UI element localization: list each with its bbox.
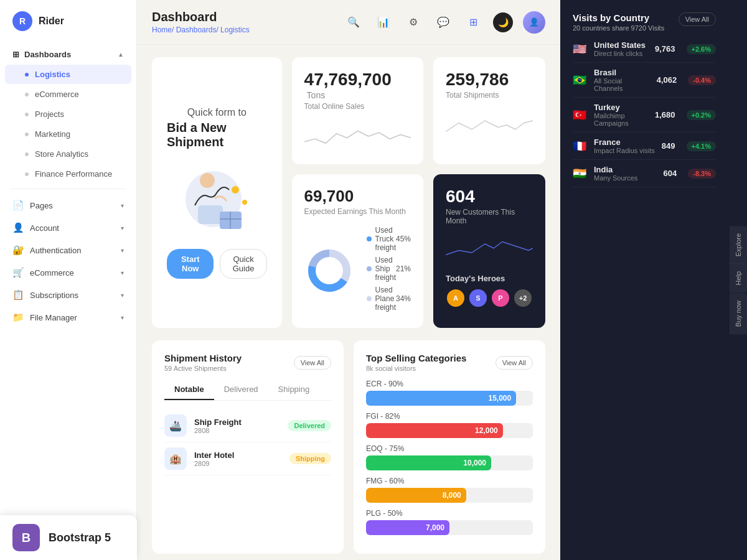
top-content-grid: Quick form to Bid a New Shipment Start N… xyxy=(137,45,560,340)
start-now-button[interactable]: Start Now xyxy=(167,249,214,279)
sidebar-account[interactable]: 👤 Account ▾ xyxy=(0,217,136,239)
chart-icon[interactable]: 📊 xyxy=(374,12,393,32)
country-card-header: Visits by Country 20 countries share 972… xyxy=(573,12,716,32)
settings-icon[interactable]: ⚙ xyxy=(403,12,423,32)
tab-delivered[interactable]: Delivered xyxy=(214,380,268,400)
legend-plane: Used Plane freight 34% xyxy=(367,286,411,312)
sidebar-item-projects[interactable]: Projects xyxy=(5,105,131,124)
dashboards-group[interactable]: ⊞ Dashboards ▲ xyxy=(0,45,136,64)
account-icon: 👤 xyxy=(12,222,24,233)
stat-label-sales: Total Online Sales xyxy=(304,102,411,111)
shipment-view-all-button[interactable]: View All xyxy=(294,356,331,370)
ship-freight-icon: 🚢 xyxy=(164,414,187,437)
sidebar-item-label: eCommerce xyxy=(35,90,79,99)
filemanager-icon: 📁 xyxy=(12,312,24,323)
breadcrumb-home: Home/ xyxy=(152,26,174,34)
banner-subtitle: Bid a New Shipment xyxy=(167,121,267,149)
bar-fill: 7,000 xyxy=(366,520,449,535)
country-visits-count: 1,680 xyxy=(655,110,675,119)
tab-notable[interactable]: Notable xyxy=(164,380,214,400)
country-visits-count: 849 xyxy=(662,141,675,151)
header-right: 🔍 📊 ⚙ 💬 ⊞ 🌙 👤 xyxy=(344,11,545,34)
ship-id-0: 2808 xyxy=(194,427,280,434)
truck-dot xyxy=(367,236,372,241)
bar-fill: 12,000 xyxy=(366,423,503,438)
country-subtitle: 20 countries share 9720 Visits xyxy=(573,24,664,32)
sidebar-logo[interactable]: R Rider xyxy=(0,0,136,42)
bar-item: ECR - 90% 15,000 xyxy=(366,380,533,406)
country-item: 🇫🇷 France Impact Radius visits 849 +4.1% xyxy=(573,133,716,160)
sidebar-dot xyxy=(25,133,29,136)
country-item: 🇧🇷 Brasil All Social Channels 4,062 -0.4… xyxy=(573,63,716,98)
country-name: France xyxy=(594,138,655,147)
change-badge: +2.6% xyxy=(687,44,716,54)
country-name: Brasil xyxy=(594,68,651,77)
sidebar-item-label: Store Analytics xyxy=(35,149,88,159)
sidebar-dot xyxy=(25,93,29,96)
stats-grid: 47,769,700 Tons Total Online Sales 259,7… xyxy=(292,57,545,328)
dark-mode-toggle[interactable]: 🌙 xyxy=(493,12,513,32)
country-name: United States xyxy=(594,40,649,50)
sidebar-pages[interactable]: 📄 Pages ▾ xyxy=(0,194,136,217)
shipment-tab-bar: Notable Delivered Shipping xyxy=(164,380,331,401)
shipment-history-card: Shipment History 59 Active Shipments Vie… xyxy=(152,340,344,554)
banner-illustration xyxy=(167,162,266,236)
shipment-subtitle: 59 Active Shipments xyxy=(164,365,242,372)
sidebar-file-manager[interactable]: 📁 File Manager ▾ xyxy=(0,306,136,329)
quick-guide-button[interactable]: Quick Guide xyxy=(220,249,266,279)
breadcrumb-dashboards: Dashboards/ xyxy=(176,26,218,34)
main-content: Dashboard Home/ Dashboards/ Logistics 🔍 … xyxy=(137,0,560,560)
side-tab-help[interactable]: Help xyxy=(730,264,747,293)
bar-item: FGI - 82% 12,000 xyxy=(366,412,533,438)
chat-icon[interactable]: 💬 xyxy=(433,12,453,32)
ship-status-1: Shipping xyxy=(289,453,331,464)
plane-dot xyxy=(367,296,372,301)
country-flag: 🇧🇷 xyxy=(573,75,588,86)
search-icon[interactable]: 🔍 xyxy=(344,12,364,32)
selling-view-all-button[interactable]: View All xyxy=(496,356,533,370)
bar-fill: 8,000 xyxy=(366,488,466,503)
country-item: 🇹🇷 Turkey Mailchimp Campaigns 1,680 +0.2… xyxy=(573,98,716,133)
sidebar-item-store-analytics[interactable]: Store Analytics xyxy=(5,144,131,164)
ecommerce-chevron: ▾ xyxy=(121,269,124,276)
legend-truck: Used Truck freight 45% xyxy=(367,226,411,252)
side-tab-explore[interactable]: Explore xyxy=(730,226,747,264)
sidebar-dot xyxy=(25,152,29,156)
stat-chart-shipments xyxy=(446,110,533,141)
country-source: All Social Channels xyxy=(594,77,651,92)
sidebar-item-logistics[interactable]: Logistics xyxy=(5,65,131,84)
sidebar-ecommerce-page[interactable]: 🛒 eCommerce ▾ xyxy=(0,261,136,284)
selling-card-header: Top Selling Categories 8k social visitor… xyxy=(366,353,533,372)
sidebar: R Rider ⊞ Dashboards ▲ Logistics eCommer… xyxy=(0,0,137,560)
ship-name-1: Inter Hotel xyxy=(194,450,282,460)
bootstrap-text: Bootstrap 5 xyxy=(49,531,111,544)
change-badge: +0.2% xyxy=(687,110,716,120)
sidebar-subs-label: Subscriptions xyxy=(30,291,78,300)
sidebar-item-marketing[interactable]: Marketing xyxy=(5,124,131,144)
side-tab-buynow[interactable]: Buy now xyxy=(730,293,747,334)
sidebar-ecommerce-page-label: eCommerce xyxy=(30,268,74,278)
change-badge: +4.1% xyxy=(687,141,716,151)
donut-container: Used Truck freight 45% Used Ship freight… xyxy=(304,226,411,315)
sidebar-subscriptions[interactable]: 📋 Subscriptions ▾ xyxy=(0,284,136,306)
sidebar-item-ecommerce[interactable]: eCommerce xyxy=(5,85,131,104)
stat-number-sales: 47,769,700 Tons xyxy=(304,70,411,101)
hero-avatar-a: A xyxy=(446,288,466,308)
user-avatar[interactable]: 👤 xyxy=(523,11,545,34)
grid-icon[interactable]: ⊞ xyxy=(463,12,483,32)
svg-point-1 xyxy=(200,173,215,188)
tab-shipping[interactable]: Shipping xyxy=(268,380,320,400)
sidebar-item-label: Logistics xyxy=(35,70,70,79)
country-view-all-button[interactable]: View All xyxy=(679,12,716,26)
countries-container: 🇺🇸 United States Direct link clicks 9,76… xyxy=(573,35,716,187)
country-item: 🇺🇸 United States Direct link clicks 9,76… xyxy=(573,35,716,63)
stat-number-shipments: 259,786 xyxy=(446,70,533,90)
country-item: 🇮🇳 India Many Sources 604 -8.3% xyxy=(573,160,716,187)
shipment-title: Shipment History xyxy=(164,353,242,363)
sidebar-item-finance[interactable]: Finance Performance xyxy=(5,164,131,184)
customers-label: New Customers This Month xyxy=(446,208,533,225)
country-flag: 🇺🇸 xyxy=(573,44,588,55)
sidebar-authentication[interactable]: 🔐 Authentication ▾ xyxy=(0,239,136,261)
earnings-label: Expected Earnings This Month xyxy=(304,207,411,216)
sidebar-dashboards-section: ⊞ Dashboards ▲ Logistics eCommerce Proje… xyxy=(0,45,136,184)
